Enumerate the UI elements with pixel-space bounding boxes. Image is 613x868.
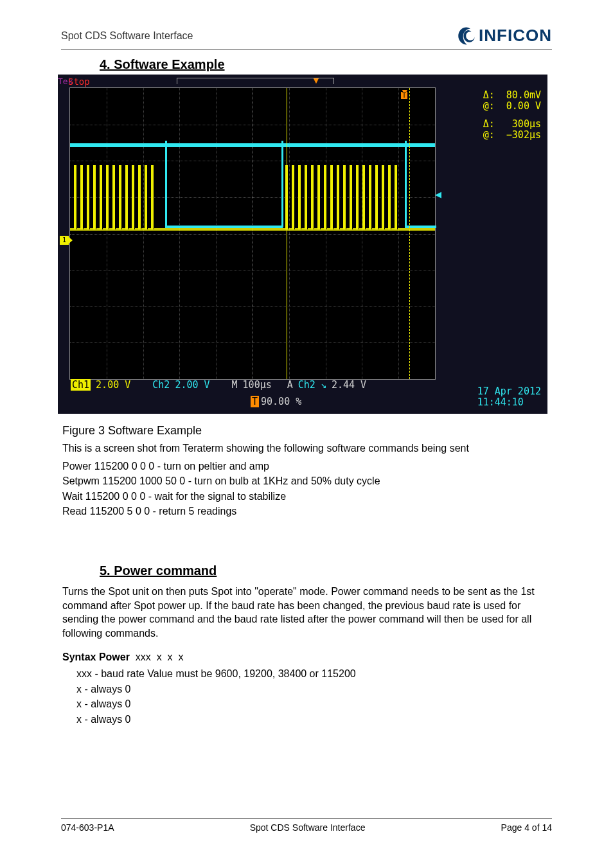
scope-position-readout: T90.00 %	[251, 396, 301, 407]
list-item: Power 115200 0 0 0 - turn on peltier and…	[62, 459, 552, 474]
trig-src-label: A	[287, 379, 293, 391]
list-item: Setpwm 115200 1000 50 0 - turn on bulb a…	[62, 474, 552, 488]
section-5-body: Turns the Spot unit on then puts Spot in…	[62, 585, 552, 640]
footer-doc-id: 074-603-P1A	[61, 822, 114, 833]
inficon-swirl-icon	[457, 26, 476, 46]
list-item: Wait 115200 0 0 0 - wait for the signal …	[62, 490, 552, 504]
ch1-scale: 2.00 V	[96, 379, 130, 391]
list-item: xxx - baud rate Value must be 9600, 1920…	[76, 667, 552, 681]
scope-record-bracket	[177, 78, 334, 84]
scope-stop-label: Stop	[68, 76, 90, 87]
brand-name: INFICON	[479, 26, 552, 46]
section-4-intro: This is a screen shot from Teraterm show…	[62, 441, 552, 456]
syntax-label: Syntax Power	[62, 651, 130, 662]
scope-time: 11:44:10	[477, 397, 541, 408]
trig-src-ch: Ch2	[298, 379, 315, 391]
scope-bottom-readout: Ch1 2.00 V Ch2 2.00 V M 100µs A Ch2 ↘ 2.…	[71, 378, 438, 391]
footer-title: Spot CDS Software Interface	[250, 822, 366, 833]
page-header: Spot CDS Software Interface INFICON	[61, 26, 552, 49]
footer-page: Page 4 of 14	[501, 822, 552, 833]
timebase-value: 100µs	[243, 379, 272, 391]
list-item: x - always 0	[76, 713, 552, 727]
trig-level: 2.44 V	[332, 379, 366, 391]
section-5-title: 5. Power command	[100, 563, 552, 578]
syntax-params: xxx - baud rate Value must be 9600, 1920…	[76, 667, 552, 726]
ch2-scale: 2.00 V	[175, 379, 209, 391]
cursor-b	[409, 88, 410, 379]
command-list: Power 115200 0 0 0 - turn on peltier and…	[62, 459, 552, 518]
trigger-t-label: T	[401, 92, 407, 99]
figure-3-caption: Figure 3 Software Example	[62, 424, 552, 438]
section-4-title: 4. Software Example	[100, 57, 552, 72]
pct-t-icon: T	[251, 396, 259, 407]
ch1-ground-arrow-icon	[69, 237, 73, 244]
scope-cursor-readout: Δ: 80.0mV @: 0.00 V Δ: 300µs @: −302µs	[483, 90, 541, 147]
doc-title: Spot CDS Software Interface	[61, 30, 193, 42]
oscilloscope-screenshot: Tek Stop ▼ ▼ T ◀	[58, 75, 547, 414]
page-footer: 074-603-P1A Spot CDS Software Interface …	[61, 818, 552, 833]
ch1-label: Ch1	[71, 379, 91, 391]
scope-timestamp: 17 Apr 2012 11:44:10	[477, 386, 541, 407]
ch2-trace	[70, 139, 435, 151]
scope-graticule: ▼ T ◀ 1	[69, 87, 436, 380]
brand-logo: INFICON	[457, 26, 552, 46]
cursor-a	[287, 88, 287, 379]
list-item: x - always 0	[76, 682, 552, 696]
ch1-ground-marker: 1	[60, 236, 69, 245]
ch2-ground-marker-icon: ◀	[435, 190, 441, 199]
syntax-line: Syntax Power xxx x x x	[62, 650, 552, 664]
scope-date: 17 Apr 2012	[477, 386, 541, 397]
list-item: x - always 0	[76, 697, 552, 711]
pct-value: 90.00 %	[261, 396, 301, 407]
ch2-label: Ch2	[152, 379, 170, 391]
timebase-label: M	[232, 379, 238, 391]
scope-top-t-marker-icon: ▼	[312, 75, 318, 82]
falling-edge-icon: ↘	[321, 379, 326, 391]
list-item: Read 115200 5 0 0 - return 5 readings	[62, 504, 552, 518]
syntax-args: xxx x x x	[130, 651, 184, 662]
